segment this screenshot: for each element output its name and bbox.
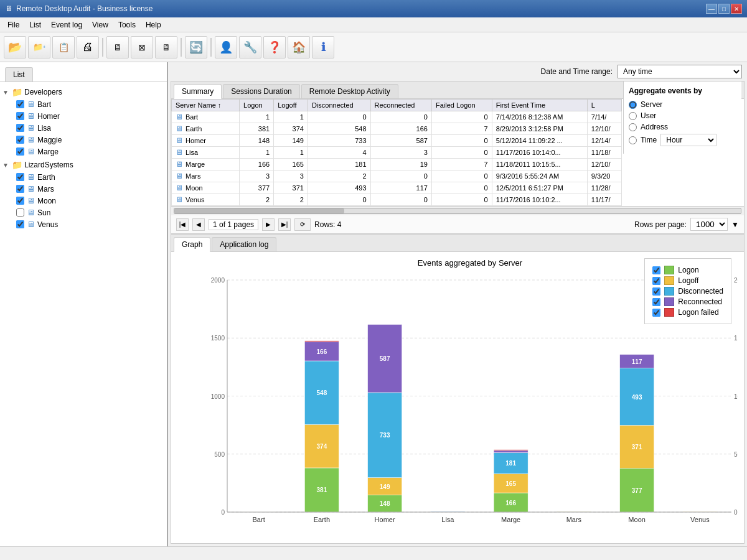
tab-graph[interactable]: Graph bbox=[174, 237, 210, 252]
cell-logon: 377 bbox=[240, 182, 274, 194]
table-row[interactable]: 🖥Lisa 1 1 4 3 0 11/17/2016 10:14:0... 11… bbox=[172, 147, 622, 159]
tab-sessions[interactable]: Sessions Duration bbox=[223, 84, 299, 98]
time-granularity-select[interactable]: Hour bbox=[660, 134, 716, 146]
menu-tools[interactable]: Tools bbox=[113, 19, 141, 30]
checkbox-mars[interactable] bbox=[16, 185, 24, 193]
col-last[interactable]: L bbox=[587, 100, 621, 111]
table-row[interactable]: 🖥Marge 166 165 181 19 7 11/18/2011 10:15… bbox=[172, 159, 622, 170]
right-panel: Date and Time range: Any time Summary Se… bbox=[168, 62, 747, 546]
import-btn[interactable]: 📋 bbox=[52, 36, 75, 58]
close-button[interactable]: ✕ bbox=[731, 4, 742, 14]
checkbox-lisa[interactable] bbox=[16, 124, 24, 132]
menu-eventlog[interactable]: Event log bbox=[46, 19, 87, 30]
checkbox-moon[interactable] bbox=[16, 197, 24, 205]
table-row[interactable]: 🖥Earth 381 374 548 166 7 8/29/2013 3:12:… bbox=[172, 123, 622, 135]
tree-group-header-lizard[interactable]: ▼ 📁 LizardSystems bbox=[2, 159, 164, 171]
connect-btn[interactable]: 🖥 bbox=[106, 36, 129, 58]
legend-cb-disconnected[interactable] bbox=[652, 287, 660, 296]
legend-cb-logoff[interactable] bbox=[652, 277, 660, 285]
open-folder-btn[interactable]: 📂 bbox=[4, 36, 26, 58]
tree-item-moon[interactable]: 🖥 Moon bbox=[15, 195, 164, 207]
checkbox-maggie[interactable] bbox=[16, 136, 24, 144]
cell-disconnected: 181 bbox=[308, 159, 370, 170]
checkbox-marge[interactable] bbox=[16, 147, 24, 156]
tree-item-earth[interactable]: 🖥 Earth bbox=[15, 171, 164, 183]
add-btn[interactable]: 📁+ bbox=[28, 36, 50, 58]
info-btn[interactable]: ℹ bbox=[312, 36, 334, 58]
col-logoff[interactable]: Logoff bbox=[274, 100, 308, 111]
menu-view[interactable]: View bbox=[87, 19, 113, 30]
col-disconnected[interactable]: Disconnected bbox=[308, 100, 370, 111]
minimize-button[interactable]: — bbox=[706, 4, 717, 14]
chart-legend: Logon Logoff Disconnected bbox=[644, 258, 731, 324]
menu-help[interactable]: Help bbox=[141, 19, 166, 30]
checkbox-earth[interactable] bbox=[16, 173, 24, 181]
checkbox-sun[interactable] bbox=[16, 208, 24, 217]
help-btn[interactable]: ❓ bbox=[263, 36, 286, 58]
svg-text:Earth: Earth bbox=[314, 516, 330, 523]
rows-per-page-select[interactable]: 1000 bbox=[690, 218, 728, 231]
col-failed[interactable]: Failed Logon bbox=[431, 100, 492, 111]
label-maggie: Maggie bbox=[37, 136, 62, 144]
cell-logoff: 149 bbox=[274, 135, 308, 147]
tree-item-bart[interactable]: 🖥 Bart bbox=[15, 98, 164, 110]
radio-address[interactable] bbox=[629, 123, 637, 131]
table-row[interactable]: 🖥Moon 377 371 493 117 0 12/5/2011 6:51:2… bbox=[172, 182, 622, 194]
menu-list[interactable]: List bbox=[24, 19, 46, 30]
radio-time[interactable] bbox=[629, 136, 637, 144]
checkbox-homer[interactable] bbox=[16, 112, 24, 120]
tree-item-venus[interactable]: 🖥 Venus bbox=[15, 218, 164, 230]
table-row[interactable]: 🖥Venus 2 2 0 0 0 11/17/2016 10:10:2... 1… bbox=[172, 194, 622, 206]
tree-group-header-developers[interactable]: ▼ 📁 Developers bbox=[2, 86, 164, 98]
maximize-button[interactable]: □ bbox=[718, 4, 730, 14]
col-first-event[interactable]: First Event Time bbox=[492, 100, 587, 111]
refresh-page-btn[interactable]: ⟳ bbox=[294, 218, 311, 231]
tree-item-maggie[interactable]: 🖥 Maggie bbox=[15, 134, 164, 146]
tab-summary[interactable]: Summary bbox=[174, 84, 222, 99]
cell-failed: 0 bbox=[431, 111, 492, 123]
tab-applog[interactable]: Application log bbox=[212, 237, 276, 251]
col-logon[interactable]: Logon bbox=[240, 100, 274, 111]
checkbox-venus[interactable] bbox=[16, 220, 24, 228]
checkbox-bart[interactable] bbox=[16, 100, 24, 108]
home-btn[interactable]: 🏠 bbox=[288, 36, 310, 58]
tree-item-sun[interactable]: 🖥 Sun bbox=[15, 207, 164, 218]
remote-btn[interactable]: 🖥 bbox=[155, 36, 177, 58]
cell-last: 7/14/ bbox=[587, 111, 621, 123]
date-range-select[interactable]: Any time bbox=[618, 65, 742, 78]
next-page-btn[interactable]: ▶ bbox=[262, 218, 275, 231]
radio-user[interactable] bbox=[629, 112, 637, 120]
settings-btn[interactable]: 🔧 bbox=[239, 36, 261, 58]
print-btn[interactable]: 🖨 bbox=[77, 36, 99, 58]
tree-item-mars[interactable]: 🖥 Mars bbox=[15, 183, 164, 195]
col-reconnected[interactable]: Reconnected bbox=[370, 100, 431, 111]
menu-file[interactable]: File bbox=[2, 19, 24, 30]
tab-rdactivity[interactable]: Remote Desktop Activity bbox=[301, 84, 398, 98]
radio-server[interactable] bbox=[629, 101, 637, 109]
last-page-btn[interactable]: ▶| bbox=[278, 218, 291, 231]
legend-cb-reconnected[interactable] bbox=[652, 298, 660, 306]
h-scrollbar[interactable] bbox=[171, 206, 744, 215]
refresh-btn[interactable]: 🔄 bbox=[185, 36, 207, 58]
table-row[interactable]: 🖥Mars 3 3 2 0 0 9/3/2016 5:55:24 AM 9/3/… bbox=[172, 170, 622, 182]
cell-disconnected: 548 bbox=[308, 123, 370, 135]
rows-per-page-label: Rows per page: bbox=[634, 220, 687, 229]
tree-item-homer[interactable]: 🖥 Homer bbox=[15, 110, 164, 122]
legend-cb-logon-failed[interactable] bbox=[652, 309, 660, 317]
list-tab[interactable]: List bbox=[5, 67, 33, 82]
expand-icon-lizard: ▼ bbox=[2, 162, 10, 169]
svg-text:587: 587 bbox=[380, 355, 390, 362]
toolbar: 📂 📁+ 📋 🖨 🖥 ⊠ 🖥 🔄 👤 🔧 ❓ 🏠 ℹ bbox=[0, 32, 747, 62]
col-server[interactable]: Server Name ↑ bbox=[172, 100, 240, 111]
disconnect-btn[interactable]: ⊠ bbox=[131, 36, 153, 58]
prev-page-btn[interactable]: ◀ bbox=[192, 218, 205, 231]
table-row[interactable]: 🖥Bart 1 1 0 0 0 7/14/2016 8:12:38 AM 7/1… bbox=[172, 111, 622, 123]
legend-cb-logon[interactable] bbox=[652, 266, 660, 274]
app-title: 🖥 Remote Desktop Audit - Business licens… bbox=[5, 4, 153, 13]
user-btn[interactable]: 👤 bbox=[215, 36, 237, 58]
tree-item-marge[interactable]: 🖥 Marge bbox=[15, 146, 164, 157]
tree-item-lisa[interactable]: 🖥 Lisa bbox=[15, 122, 164, 134]
table-row[interactable]: 🖥Homer 148 149 733 587 0 5/12/2014 11:09… bbox=[172, 135, 622, 147]
cell-logon: 2 bbox=[240, 194, 274, 206]
first-page-btn[interactable]: |◀ bbox=[176, 218, 189, 231]
